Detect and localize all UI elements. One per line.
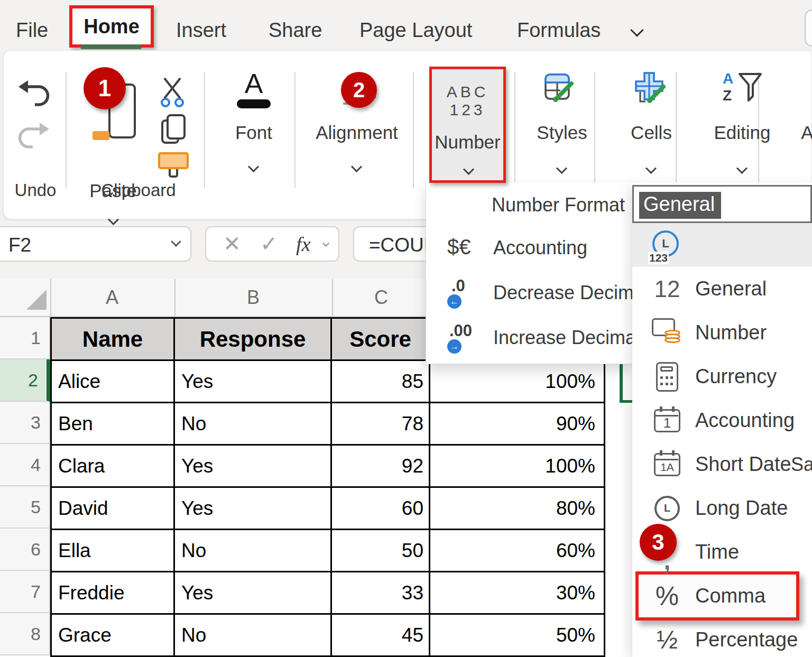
fraction-icon: ½	[648, 618, 686, 657]
editing-button[interactable]	[691, 51, 758, 178]
menu-item-label: Increase Decimal	[493, 327, 633, 349]
format-option-label: Accounting	[695, 399, 812, 442]
tab-insert[interactable]: Insert	[176, 19, 226, 42]
tab-share[interactable]: Share	[269, 19, 322, 42]
cell[interactable]: 50	[332, 530, 430, 572]
column-header-a[interactable]: A	[106, 286, 118, 309]
row-header-5[interactable]: 5	[0, 486, 50, 529]
clock-icon: L	[648, 486, 686, 530]
data-table: NameResponseScoreAliceYes85100%BenNo7890…	[50, 317, 605, 657]
cell[interactable]: 45	[332, 615, 430, 657]
chevron-down-icon	[171, 236, 181, 247]
enter-icon[interactable]: ✓	[260, 232, 278, 256]
fx-icon[interactable]: fx	[296, 233, 310, 256]
annotation-badge-1: 1	[84, 67, 126, 109]
cancel-icon[interactable]: ✕	[223, 232, 241, 256]
partial-right-button-label[interactable]: A	[801, 122, 812, 143]
font-bar-icon	[237, 99, 271, 108]
number-button[interactable]: ABC 123 Number	[429, 67, 506, 183]
general-123-icon: L123	[648, 223, 686, 267]
undo-button[interactable]	[16, 77, 51, 109]
name-box[interactable]: F2	[0, 226, 191, 262]
cell[interactable]: Name	[52, 319, 175, 361]
clipboard-group-label: Clipboard	[101, 180, 176, 200]
cell[interactable]: 60%	[430, 530, 605, 572]
menu-chevron-down-icon[interactable]	[630, 23, 643, 36]
cell[interactable]: 100%	[430, 361, 605, 403]
cell[interactable]: 92	[332, 446, 430, 488]
table-row: ClaraYes92100%	[52, 446, 605, 488]
cell[interactable]: 100%	[430, 446, 605, 488]
row-header-8[interactable]: 8	[0, 613, 50, 655]
table-row: BenNo7890%	[52, 403, 605, 446]
currency-coins-icon	[648, 311, 686, 355]
row-header-2[interactable]: 2	[0, 359, 50, 402]
format-painter-button[interactable]	[158, 152, 189, 178]
tab-page-layout[interactable]: Page Layout	[359, 19, 472, 42]
cell[interactable]: Response	[175, 319, 332, 361]
cell[interactable]: Yes	[175, 488, 332, 530]
cell[interactable]: 30%	[430, 572, 605, 615]
format-option-label: Currency	[695, 355, 812, 399]
format-option-label: Percentage	[695, 618, 812, 657]
row-header-4[interactable]: 4	[0, 444, 50, 486]
cell[interactable]: Yes	[175, 446, 332, 488]
cell[interactable]: Alice	[52, 361, 175, 403]
alignment-button[interactable]	[308, 51, 414, 178]
cell[interactable]: No	[175, 530, 332, 572]
cut-button[interactable]	[159, 76, 186, 108]
font-button[interactable]: A	[219, 70, 288, 108]
cell[interactable]: 78	[332, 403, 430, 446]
cell[interactable]: Ella	[52, 530, 175, 572]
abc-123-icon: ABC 123	[447, 83, 489, 119]
cell[interactable]: David	[52, 488, 175, 530]
cell[interactable]: 90%	[430, 403, 605, 446]
redo-button[interactable]	[16, 119, 51, 151]
cell[interactable]: 85	[332, 361, 430, 403]
column-header-b[interactable]: B	[247, 286, 260, 309]
cell[interactable]: Yes	[175, 572, 332, 615]
cell[interactable]: Freddie	[52, 572, 175, 615]
format-option-label: Number	[695, 311, 812, 355]
cell[interactable]: Clara	[52, 446, 175, 488]
cell[interactable]: 60	[332, 488, 430, 530]
row-header-6[interactable]: 6	[0, 529, 50, 571]
undo-group-label: Undo	[15, 180, 57, 200]
cell[interactable]: No	[175, 403, 332, 446]
format-input[interactable]: General	[632, 185, 812, 223]
cell[interactable]: Ben	[52, 403, 175, 446]
calendar-1-icon: 1	[648, 399, 686, 442]
divider	[204, 72, 205, 188]
styles-button[interactable]	[522, 51, 593, 178]
chevron-down-icon	[108, 214, 119, 225]
row-header-7[interactable]: 7	[0, 571, 50, 613]
cells-button[interactable]	[604, 51, 670, 178]
cell[interactable]: Yes	[175, 361, 332, 403]
row-header-1[interactable]: 1	[0, 317, 50, 359]
number-label: Number	[435, 132, 500, 153]
copy-button[interactable]	[159, 113, 188, 146]
calculator-icon	[648, 355, 686, 399]
format-option-label: Short Date	[695, 442, 812, 486]
tab-file[interactable]: File	[16, 19, 48, 42]
table-row: AliceYes85100%	[52, 361, 605, 403]
cell[interactable]: 50%	[430, 615, 605, 657]
partial-top-right-button[interactable]	[805, 10, 812, 47]
cell[interactable]: 80%	[430, 488, 605, 530]
cell[interactable]: Score	[332, 319, 430, 361]
cell[interactable]: No	[175, 615, 332, 657]
number-format-submenu: General L123General12NumberCurrencyAccou…	[632, 182, 812, 657]
row-header-3[interactable]: 3	[0, 402, 50, 444]
column-header-c[interactable]: C	[374, 286, 388, 309]
chevron-down-icon	[322, 240, 329, 247]
tab-formulas[interactable]: Formulas	[517, 19, 601, 42]
percent-icon: %	[648, 574, 686, 618]
format-option-general[interactable]: L123General	[632, 223, 812, 267]
tab-home[interactable]: Home	[69, 5, 154, 48]
menu-item-label: Decrease Decima	[493, 282, 633, 304]
cell[interactable]: 33	[332, 572, 430, 615]
cell[interactable]: Grace	[52, 615, 175, 657]
chevron-down-icon	[248, 161, 259, 172]
select-all-corner[interactable]	[26, 290, 47, 310]
annotation-badge-2: 2	[341, 72, 377, 108]
